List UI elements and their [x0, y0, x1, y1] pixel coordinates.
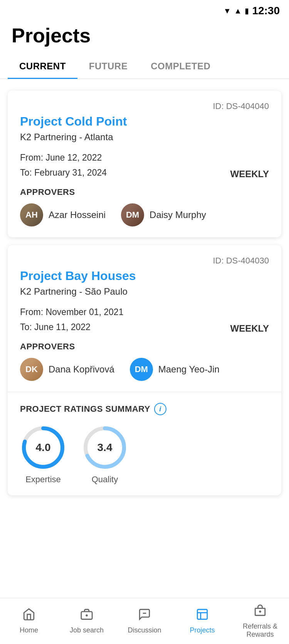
ratings-title: PROJECT RATINGS SUMMARY — [20, 404, 150, 414]
nav-item-job-search[interactable]: Job search — [58, 604, 116, 638]
card-title-bay-houses: Project Bay Houses — [20, 269, 269, 283]
nav-label-job-search: Job search — [70, 626, 104, 634]
tabs-container: CURRENT FUTURE COMPLETED — [0, 55, 289, 79]
donut-value-quality: 3.4 — [97, 441, 113, 454]
signal-icon: ▲ — [234, 7, 242, 15]
discussion-icon — [138, 608, 151, 624]
approver-maeng: DM Maeng Yeo-Jin — [130, 358, 220, 381]
card-id-cold-point: ID: DS-404040 — [213, 101, 269, 111]
cards-container: ID: DS-404040 Project Cold Point K2 Part… — [0, 87, 289, 499]
avatar-dana: DK — [20, 358, 43, 381]
status-icons: ▼ ▲ ▮ 12:30 — [223, 5, 280, 17]
nav-label-discussion: Discussion — [128, 626, 161, 634]
card-title-cold-point: Project Cold Point — [20, 114, 269, 129]
donut-quality: 3.4 — [82, 424, 128, 471]
approver-name-maeng: Maeng Yeo-Jin — [158, 364, 220, 375]
project-card-cold-point[interactable]: ID: DS-404040 Project Cold Point K2 Part… — [8, 91, 281, 237]
bottom-nav: Home Job search Discussion — [0, 598, 289, 644]
nav-item-referrals[interactable]: Referrals & Rewards — [231, 600, 289, 642]
rating-label-expertise: Expertise — [25, 475, 61, 485]
donut-value-expertise: 4.0 — [36, 441, 51, 454]
info-icon[interactable]: i — [154, 403, 166, 415]
approvers-list-bay-houses: DK Dana Kopřivová DM Maeng Yeo-Jin — [20, 358, 269, 381]
svg-rect-8 — [197, 609, 207, 619]
approvers-label-cold-point: APPROVERS — [20, 187, 269, 197]
approver-dana: DK Dana Kopřivová — [20, 358, 114, 381]
card-header-cold-point: ID: DS-404040 — [20, 101, 269, 111]
projects-icon — [196, 608, 209, 624]
nav-item-discussion[interactable]: Discussion — [116, 604, 173, 638]
rating-expertise: 4.0 Expertise — [20, 424, 66, 485]
approver-name-dana: Dana Kopřivová — [49, 364, 114, 375]
ratings-row: 4.0 Expertise 3.4 Quality — [20, 424, 269, 485]
approvers-label-bay-houses: APPROVERS — [20, 342, 269, 352]
rating-label-quality: Quality — [92, 475, 118, 485]
wifi-icon: ▼ — [223, 7, 231, 15]
tab-current[interactable]: CURRENT — [8, 55, 77, 79]
avatar-azar: AH — [20, 203, 43, 226]
approver-daisy: DM Daisy Murphy — [121, 203, 206, 226]
nav-label-referrals: Referrals & Rewards — [231, 622, 289, 639]
card-main-cold-point: ID: DS-404040 Project Cold Point K2 Part… — [8, 91, 281, 237]
tab-future[interactable]: FUTURE — [77, 55, 139, 79]
ratings-title-row: PROJECT RATINGS SUMMARY i — [20, 403, 269, 415]
page-title: Projects — [0, 20, 289, 55]
card-id-bay-houses: ID: DS-404030 — [213, 256, 269, 266]
tab-completed[interactable]: COMPLETED — [139, 55, 222, 79]
status-bar: ▼ ▲ ▮ 12:30 — [0, 0, 289, 20]
approver-azar: AH Azar Hosseini — [20, 203, 106, 226]
project-card-bay-houses[interactable]: ID: DS-404030 Project Bay Houses K2 Part… — [8, 245, 281, 495]
avatar-maeng: DM — [130, 358, 153, 381]
avatar-daisy: DM — [121, 203, 144, 226]
nav-label-projects: Projects — [190, 626, 215, 634]
card-header-bay-houses: ID: DS-404030 — [20, 256, 269, 266]
job-search-icon — [80, 608, 93, 624]
approver-name-daisy: Daisy Murphy — [150, 210, 206, 220]
nav-item-home[interactable]: Home — [0, 604, 58, 638]
nav-item-projects[interactable]: Projects — [173, 604, 231, 638]
status-time: 12:30 — [252, 5, 280, 17]
nav-label-home: Home — [20, 626, 38, 634]
referrals-icon — [254, 604, 267, 620]
card-company-cold-point: K2 Partnering - Atlanta — [20, 132, 269, 143]
approvers-list-cold-point: AH Azar Hosseini DM Daisy Murphy — [20, 203, 269, 226]
donut-expertise: 4.0 — [20, 424, 66, 471]
card-company-bay-houses: K2 Partnering - São Paulo — [20, 286, 269, 297]
battery-icon: ▮ — [245, 6, 249, 15]
approver-name-azar: Azar Hosseini — [49, 210, 106, 220]
rating-quality: 3.4 Quality — [82, 424, 128, 485]
card-main-bay-houses: ID: DS-404030 Project Bay Houses K2 Part… — [8, 245, 281, 392]
home-icon — [22, 608, 35, 624]
ratings-section: PROJECT RATINGS SUMMARY i 4.0 — [8, 392, 281, 495]
